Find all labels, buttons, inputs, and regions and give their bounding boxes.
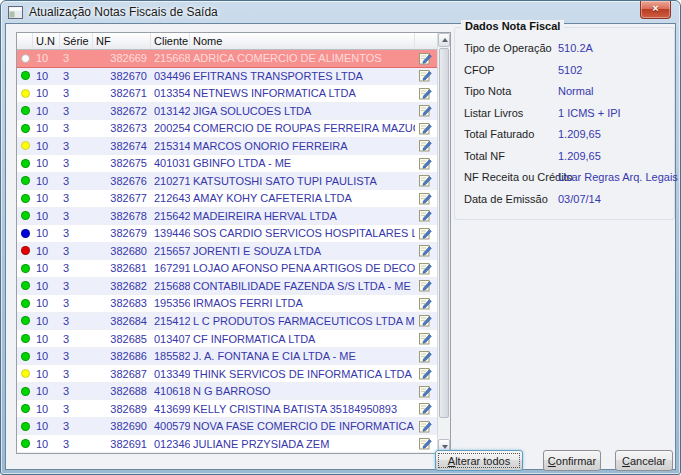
table-row[interactable]: 10 3 382680 215657 JORENTI E SOUZA LTDA	[17, 243, 437, 261]
cell-nome: SOS CARDIO SERVICOS HOSPITALARES LTDA	[190, 227, 415, 239]
table-row[interactable]: 10 3 382681 167291 LOJAO AFONSO PENA ART…	[17, 260, 437, 278]
header-nf[interactable]: NF	[93, 33, 151, 49]
edit-cell	[415, 209, 435, 222]
table-row[interactable]: 10 3 382675 401031 GBINFO LTDA - ME	[17, 155, 437, 173]
cell-cliente: 012346	[151, 438, 190, 450]
edit-note-icon[interactable]	[419, 209, 432, 222]
header-cliente[interactable]: Cliente	[151, 33, 190, 49]
cell-serie: 3	[60, 192, 93, 204]
cell-un: 10	[33, 350, 60, 362]
edit-note-icon[interactable]	[419, 227, 432, 240]
cell-serie: 3	[60, 87, 93, 99]
edit-note-icon[interactable]	[419, 139, 432, 152]
edit-note-icon[interactable]	[419, 297, 432, 310]
cell-nome: IRMAOS FERRI LTDA	[190, 297, 415, 309]
table-row[interactable]: 10 3 382672 013142 JIGA SOLUCOES LTDA	[17, 103, 437, 121]
table-row[interactable]: 10 3 382676 210271 KATSUTOSHI SATO TUPI …	[17, 173, 437, 191]
table-row[interactable]: 10 3 382690 400579 NOVA FASE COMERCIO DE…	[17, 418, 437, 436]
cell-nome: KELLY CRISTINA BATISTA 35184950893	[190, 403, 415, 415]
edit-note-icon[interactable]	[419, 332, 432, 345]
edit-note-icon[interactable]	[419, 122, 432, 135]
edit-note-icon[interactable]	[419, 385, 432, 398]
table-row[interactable]: 10 3 382686 185582 J. A. FONTANA E CIA L…	[17, 348, 437, 366]
status-dot-icon	[21, 369, 30, 378]
edit-note-icon[interactable]	[419, 157, 432, 170]
scroll-up-button[interactable]	[438, 33, 450, 47]
table-row[interactable]: 10 3 382691 012346 JULIANE PRZYSIADA ZEM	[17, 435, 437, 453]
cell-nf: 382683	[93, 297, 151, 309]
table-row[interactable]: 10 3 382684 215412 L C PRODUTOS FARMACEU…	[17, 313, 437, 331]
header-serie[interactable]: Série	[60, 33, 93, 49]
table-row[interactable]: 10 3 382674 215314 MARCOS ONORIO FERREIR…	[17, 138, 437, 156]
cell-un: 10	[33, 438, 60, 450]
status-cell	[17, 281, 33, 290]
status-cell	[17, 352, 33, 361]
cell-serie: 3	[60, 438, 93, 450]
table-row[interactable]: 10 3 382682 215688 CONTABILIDADE FAZENDA…	[17, 278, 437, 296]
edit-note-icon[interactable]	[419, 262, 432, 275]
edit-cell	[415, 367, 435, 380]
edit-note-icon[interactable]	[419, 174, 432, 187]
table-row[interactable]: 10 3 382679 139446 SOS CARDIO SERVICOS H…	[17, 225, 437, 243]
edit-note-icon[interactable]	[419, 437, 432, 450]
edit-note-icon[interactable]	[419, 367, 432, 380]
cell-un: 10	[33, 280, 60, 292]
table-row[interactable]: 10 3 382688 410618 N G BARROSO	[17, 383, 437, 401]
status-cell	[17, 334, 33, 343]
table-row[interactable]: 10 3 382670 034496 EFITRANS TRANSPORTES …	[17, 68, 437, 86]
scroll-up-icon	[442, 38, 448, 42]
status-dot-icon	[21, 334, 30, 343]
table-row[interactable]: 10 3 382669 215668 ADRICA COMERCIO DE AL…	[17, 50, 437, 68]
cell-cliente: 410618	[151, 385, 190, 397]
cell-nf: 382682	[93, 280, 151, 292]
edit-note-icon[interactable]	[419, 52, 432, 65]
status-dot-icon	[21, 246, 30, 255]
cell-serie: 3	[60, 245, 93, 257]
table-row[interactable]: 10 3 382685 013407 CF INFORMATICA LTDA	[17, 330, 437, 348]
cell-un: 10	[33, 210, 60, 222]
close-button[interactable]: ×	[640, 1, 671, 19]
cell-nome: MADEIREIRA HERVAL LTDA	[190, 210, 415, 222]
table-row[interactable]: 10 3 382687 013349 THINK SERVICOS DE INF…	[17, 365, 437, 383]
edit-note-icon[interactable]	[419, 420, 432, 433]
table-row[interactable]: 10 3 382689 413699 KELLY CRISTINA BATIST…	[17, 400, 437, 418]
cancelar-button[interactable]: Cancelar	[615, 450, 673, 471]
table-row[interactable]: 10 3 382683 195356 IRMAOS FERRI LTDA	[17, 295, 437, 313]
edit-note-icon[interactable]	[419, 314, 432, 327]
cell-nome: AMAY KOHY CAFETERIA LTDA	[190, 192, 415, 204]
status-cell	[17, 106, 33, 115]
cell-cliente: 215657	[151, 245, 190, 257]
table-row[interactable]: 10 3 382677 212643 AMAY KOHY CAFETERIA L…	[17, 190, 437, 208]
edit-note-icon[interactable]	[419, 279, 432, 292]
cell-cliente: 215668	[151, 52, 190, 64]
alterar-todos-button[interactable]: Alterar todos	[435, 450, 523, 471]
confirmar-button[interactable]: Confirmar	[543, 450, 601, 471]
edit-cell	[415, 437, 435, 450]
scrollbar-thumb[interactable]	[439, 48, 449, 418]
edit-cell	[415, 244, 435, 257]
field-value: Normal	[558, 85, 593, 97]
cell-un: 10	[33, 52, 60, 64]
cell-cliente: 013142	[151, 105, 190, 117]
edit-note-icon[interactable]	[419, 87, 432, 100]
status-cell	[17, 54, 33, 63]
edit-note-icon[interactable]	[419, 69, 432, 82]
edit-note-icon[interactable]	[419, 244, 432, 257]
header-nome[interactable]: Nome	[190, 33, 415, 49]
cell-nf: 382679	[93, 227, 151, 239]
cell-cliente: 167291	[151, 262, 190, 274]
edit-note-icon[interactable]	[419, 402, 432, 415]
table-row[interactable]: 10 3 382671 013354 NETNEWS INFORMATICA L…	[17, 85, 437, 103]
edit-cell	[415, 122, 435, 135]
field-total-faturado: Total Faturado 1.209,65	[455, 124, 674, 146]
status-cell	[17, 316, 33, 325]
header-status[interactable]	[17, 33, 33, 49]
vertical-scrollbar[interactable]	[437, 33, 450, 453]
table-row[interactable]: 10 3 382673 200254 COMERCIO DE ROUPAS FE…	[17, 120, 437, 138]
table-row[interactable]: 10 3 382678 215642 MADEIREIRA HERVAL LTD…	[17, 208, 437, 226]
edit-note-icon[interactable]	[419, 192, 432, 205]
edit-note-icon[interactable]	[419, 104, 432, 117]
edit-note-icon[interactable]	[419, 350, 432, 363]
header-un[interactable]: U.N	[33, 33, 60, 49]
cell-un: 10	[33, 385, 60, 397]
